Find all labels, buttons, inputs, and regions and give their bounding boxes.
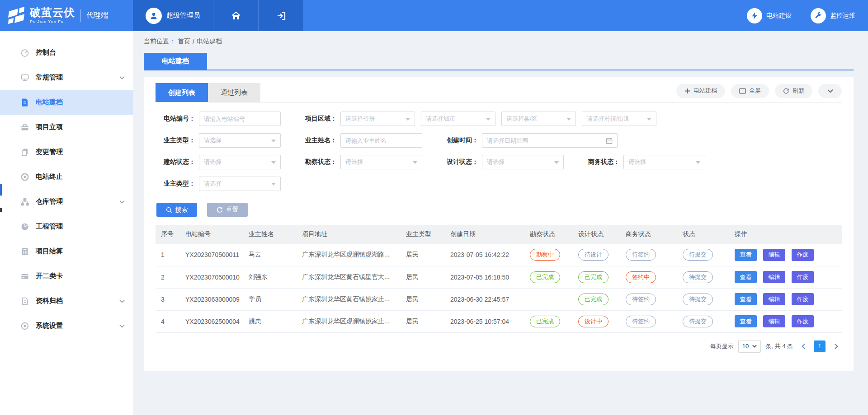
- sidebar: 控制台 常规管理 电站建档 项目立项 变更管理 电站终止 仓库管理: [0, 31, 133, 415]
- edit-button[interactable]: 编辑: [763, 249, 785, 261]
- province-select[interactable]: 请选择省份: [340, 112, 415, 126]
- status-badge: 待提交: [683, 271, 713, 283]
- sidebar-item-station-termination[interactable]: 电站终止: [0, 164, 133, 189]
- portal-label: 代理端: [80, 9, 108, 22]
- status-badge: 勘察中: [530, 249, 560, 261]
- tab-passed-list[interactable]: 通过列表: [208, 83, 260, 102]
- sidebar-item-console[interactable]: 控制台: [0, 40, 133, 65]
- dashboard-icon: [20, 48, 29, 57]
- sidebar-item-project-initiation[interactable]: 项目立项: [0, 115, 133, 140]
- date-range-picker[interactable]: [482, 133, 618, 148]
- fullscreen-icon: [739, 88, 746, 94]
- status-badge: 待提交: [683, 316, 713, 327]
- edit-button[interactable]: 编辑: [763, 271, 785, 283]
- refresh-button[interactable]: 刷新: [775, 84, 812, 98]
- chevron-right-icon: [834, 343, 838, 350]
- filter-actions: 搜索 重置: [156, 203, 842, 217]
- panel-tabs: 创建列表 通过列表 电站建档 全屏 刷新: [156, 83, 842, 103]
- status-badge: 待提交: [683, 249, 713, 261]
- status-badge: 待签约: [626, 316, 656, 327]
- fullscreen-button[interactable]: 全屏: [731, 84, 769, 98]
- station-code-input[interactable]: [199, 112, 281, 126]
- search-button[interactable]: 搜索: [156, 203, 197, 217]
- void-button[interactable]: 作废: [792, 249, 814, 261]
- business-status-select[interactable]: 请选择: [623, 155, 705, 169]
- chevron-down-icon: [119, 299, 125, 303]
- per-page-label: 每页显示: [710, 342, 734, 350]
- caret-down-icon: [271, 183, 276, 188]
- city-select[interactable]: 请选择城市: [421, 112, 495, 126]
- county-select[interactable]: 请选择县/区: [501, 112, 576, 126]
- village-select[interactable]: 请选择村镇/街道: [582, 112, 656, 126]
- date-range-input[interactable]: [487, 137, 606, 144]
- archive-icon: [20, 297, 29, 306]
- nav-station-build-label: 电站建设: [766, 12, 792, 20]
- status-badge: 待签约: [626, 294, 656, 305]
- status-badge: 待提交: [683, 294, 713, 305]
- void-button[interactable]: 作废: [792, 271, 814, 283]
- filter-form: 电站编号： 项目区域： 请选择省份 请选择城市 请选择县/区 请选择村镇/街道 …: [156, 103, 842, 191]
- logout-button[interactable]: [259, 0, 304, 31]
- sidebar-item-station-archive[interactable]: 电站建档: [0, 90, 133, 115]
- content-area: 当前位置： 首页 / 电站建档 电站建档 创建列表 通过列表 电站建档 全屏: [133, 31, 868, 415]
- sidebar-item-engineering-mgmt[interactable]: 工程管理: [0, 214, 133, 239]
- breadcrumb-home[interactable]: 首页: [178, 37, 190, 46]
- tab-create-list[interactable]: 创建列表: [156, 83, 208, 102]
- page-number-1[interactable]: 1: [814, 340, 826, 352]
- sidebar-item-project-settlement[interactable]: 项目结算: [0, 239, 133, 264]
- chevron-down-icon: [119, 76, 125, 79]
- document-icon: [20, 98, 29, 107]
- monitor-icon: [20, 73, 29, 82]
- reset-button[interactable]: 重置: [207, 203, 248, 217]
- sidebar-item-system-settings[interactable]: 系统设置: [0, 313, 133, 338]
- view-button[interactable]: 查看: [735, 249, 757, 261]
- gauge-icon: [20, 222, 29, 231]
- nav-station-build[interactable]: 电站建设: [747, 8, 792, 23]
- void-button[interactable]: 作废: [792, 293, 814, 305]
- sidebar-scrollbar-thumb[interactable]: [0, 184, 2, 196]
- page-tab-station-archive[interactable]: 电站建档: [144, 53, 207, 70]
- card-icon: [20, 272, 29, 281]
- sidebar-item-class2-card[interactable]: 开二类卡: [0, 264, 133, 289]
- brand-title: 破茧云伏: [30, 7, 75, 18]
- edit-button[interactable]: 编辑: [763, 315, 785, 327]
- sidebar-item-warehouse-mgmt[interactable]: 仓库管理: [0, 189, 133, 214]
- add-station-button[interactable]: 电站建档: [676, 84, 725, 98]
- caret-down-icon: [696, 161, 700, 166]
- void-button[interactable]: 作废: [792, 315, 814, 327]
- owner-type2-select[interactable]: 请选择: [199, 177, 281, 191]
- next-page-button[interactable]: [830, 340, 842, 352]
- settings-icon: [20, 322, 29, 331]
- collapse-toolbar-button[interactable]: [818, 84, 842, 98]
- reset-icon: [217, 207, 223, 213]
- status-badge: 设计中: [578, 316, 609, 327]
- edit-button[interactable]: 编辑: [763, 293, 785, 305]
- target-icon: [20, 173, 29, 182]
- per-page-select[interactable]: 10: [738, 340, 761, 353]
- calculator-icon: [20, 247, 29, 256]
- caret-down-icon: [413, 161, 417, 166]
- table-header-row: 序号 电站编号 业主姓名 项目地址 业主类型 创建日期 勘察状态 设计状态 商务…: [156, 225, 842, 244]
- sidebar-item-change-mgmt[interactable]: 变更管理: [0, 140, 133, 164]
- nav-monitor-ops[interactable]: 监控运维: [811, 8, 855, 23]
- caret-down-icon: [271, 140, 276, 145]
- home-button[interactable]: [213, 0, 259, 31]
- chevron-down-icon: [827, 89, 833, 93]
- user-menu[interactable]: 超级管理员: [133, 0, 213, 31]
- build-status-select[interactable]: 请选择: [199, 155, 281, 169]
- view-button[interactable]: 查看: [735, 315, 757, 327]
- survey-status-select[interactable]: 请选择: [340, 155, 422, 169]
- owner-type-select[interactable]: 请选择: [199, 133, 281, 148]
- briefcase-icon: [20, 123, 29, 132]
- lightning-icon: [747, 8, 762, 23]
- sidebar-item-data-archive[interactable]: 资料归档: [0, 289, 133, 313]
- view-button[interactable]: 查看: [735, 271, 757, 283]
- design-status-select[interactable]: 请选择: [482, 155, 564, 169]
- sidebar-item-general-mgmt[interactable]: 常规管理: [0, 65, 133, 90]
- prev-page-button[interactable]: [797, 340, 809, 352]
- user-strip: 超级管理员: [133, 0, 304, 31]
- calendar-icon: [606, 137, 613, 144]
- view-button[interactable]: 查看: [735, 293, 757, 305]
- chevron-down-icon: [752, 345, 757, 348]
- owner-name-input[interactable]: [340, 133, 422, 148]
